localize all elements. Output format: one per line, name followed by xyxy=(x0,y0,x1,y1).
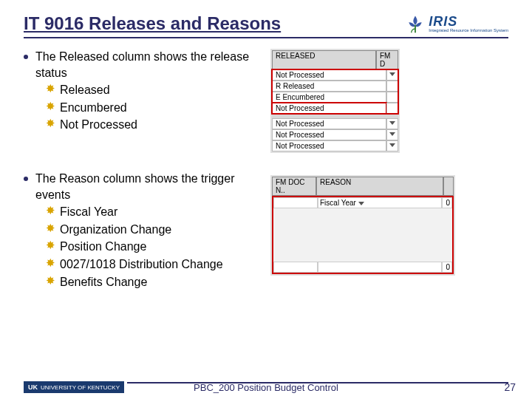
star-icon: ✸ xyxy=(46,274,55,287)
col-header-released: RELEASED xyxy=(272,50,376,69)
star-icon: ✸ xyxy=(46,82,55,95)
reason-value: Fiscal Year xyxy=(320,199,356,207)
bullet-1: The Released column shows the release st… xyxy=(24,49,508,153)
table-cell: Not Processed xyxy=(272,69,386,81)
footer-caption: PBC_200 Position Budget Control xyxy=(0,382,532,393)
sub-item: Benefits Change xyxy=(60,274,147,290)
col-header-reason: REASON xyxy=(316,177,443,196)
bullet-1-lead: The Released column shows the release st… xyxy=(35,49,257,81)
sub-item: Organization Change xyxy=(60,222,171,238)
star-icon: ✸ xyxy=(46,204,55,217)
logo-subtext: Integrated Resource Information System xyxy=(429,28,508,33)
star-icon: ✸ xyxy=(46,117,55,130)
side-val: 0 xyxy=(442,262,452,273)
logo-text: IRIS xyxy=(429,15,508,28)
col-header-fmdocn: FM DOC N.. xyxy=(272,177,316,196)
iris-logo: IRIS Integrated Resource Information Sys… xyxy=(405,13,508,34)
star-icon: ✸ xyxy=(46,100,55,113)
released-column-screenshot: RELEASED FM D Not Processed R Released E… xyxy=(270,49,400,153)
table-cell: R Released xyxy=(272,81,386,92)
reason-column-screenshot: FM DOC N.. REASON Fiscal Year F Fiscal Y… xyxy=(270,175,455,276)
dropdown-icon xyxy=(386,129,398,140)
bullet-2-lead: The Reason column shows the trigger even… xyxy=(35,171,257,202)
bullet-2: The Reason column shows the trigger even… xyxy=(24,171,508,290)
sub-item: Encumbered xyxy=(60,100,127,116)
dropdown-icon xyxy=(386,118,398,129)
table-cell: Not Processed xyxy=(272,118,386,129)
dropdown-icon xyxy=(386,140,398,151)
sub-item: 0027/1018 Distribution Change xyxy=(60,256,223,273)
sub-item: Position Change xyxy=(60,239,146,255)
slide-title: IT 9016 Releases and Reasons xyxy=(24,13,281,34)
star-icon: ✸ xyxy=(46,222,55,235)
reason-cell: Fiscal Year F Fiscal Year O Organization… xyxy=(318,197,442,208)
iris-flower-icon xyxy=(405,13,426,34)
dropdown-icon xyxy=(358,202,364,205)
title-row: IT 9016 Releases and Reasons IRIS Integr… xyxy=(24,13,508,38)
table-cell: Not Processed xyxy=(272,129,386,140)
star-icon: ✸ xyxy=(46,256,55,270)
star-icon: ✸ xyxy=(46,239,55,252)
col-header-fmd: FM D xyxy=(376,50,398,69)
page-number: 27 xyxy=(504,381,516,393)
sub-item: Released xyxy=(60,82,110,98)
side-val: 0 xyxy=(442,197,452,208)
table-cell: Not Processed xyxy=(272,140,386,151)
sub-item: Not Processed xyxy=(60,117,137,133)
bullet-dot-icon xyxy=(24,177,28,181)
table-cell: Not Processed xyxy=(272,103,386,114)
table-cell: E Encumbered xyxy=(272,92,386,103)
bullet-dot-icon xyxy=(24,55,28,59)
sub-item: Fiscal Year xyxy=(60,204,117,220)
dropdown-icon xyxy=(386,69,398,81)
